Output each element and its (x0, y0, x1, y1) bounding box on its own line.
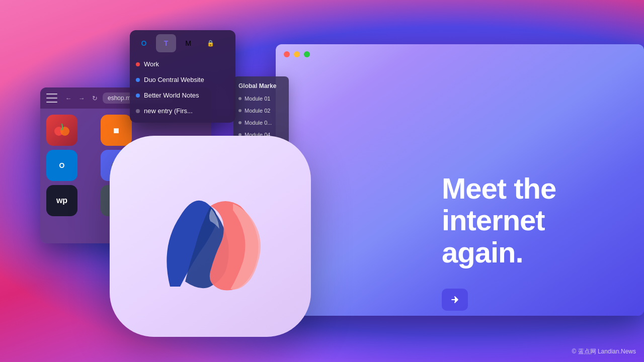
main-browser-titlebar (276, 44, 644, 64)
arc-app-logo (130, 156, 291, 317)
module-dot-01 (238, 97, 242, 100)
refresh-button[interactable]: ↻ (90, 93, 100, 103)
cherry-icon (53, 121, 71, 139)
switcher-dot-new (136, 109, 140, 113)
app-switcher-tabs: O T M 🔒 (130, 30, 235, 52)
switcher-label-notes: Better World Notes (144, 92, 199, 99)
main-browser-window: Meet the internet again. (276, 44, 644, 316)
main-headline: Meet the internet again. (442, 172, 614, 268)
module-item-03[interactable]: Module 0... (233, 117, 289, 129)
switcher-item-work[interactable]: Work (130, 56, 235, 72)
traffic-light-yellow[interactable] (294, 51, 300, 57)
svg-point-1 (60, 127, 69, 136)
module-dot-03 (238, 121, 242, 124)
switcher-label-duo: Duo Central Website (144, 76, 204, 83)
switcher-dot-duo (136, 78, 140, 82)
app-switcher-list: Work Duo Central Website Better World No… (130, 52, 235, 123)
app-switcher-panel: O T M 🔒 Work Duo Central Website Better … (130, 30, 235, 123)
traffic-light-green[interactable] (304, 51, 310, 57)
tab-lock[interactable]: 🔒 (200, 34, 220, 52)
switcher-dot-notes (136, 94, 140, 98)
tab-outlook[interactable]: O (134, 34, 154, 52)
grid-icon-cherry[interactable] (46, 115, 77, 146)
traffic-light-red[interactable] (284, 51, 290, 57)
tab-app[interactable]: M (178, 34, 198, 52)
grid-icon-outlook[interactable]: O (46, 150, 77, 181)
switcher-label-work: Work (144, 60, 159, 68)
module-dot-02 (238, 109, 242, 112)
module-item-02[interactable]: Module 02 (233, 105, 289, 117)
main-browser-content: Meet the internet again. (276, 64, 644, 311)
app-icon-wrapper (110, 136, 311, 337)
sidebar-toggle-icon[interactable] (46, 94, 57, 103)
forward-button[interactable]: → (76, 93, 87, 103)
switcher-item-duo[interactable]: Duo Central Website (130, 72, 235, 87)
modules-panel: Global Marke Module 01 Module 02 Module … (233, 76, 289, 145)
switcher-label-new: new entry (Firs... (144, 107, 193, 115)
cta-arrow-button[interactable] (442, 289, 468, 311)
tab-teams[interactable]: T (156, 34, 176, 52)
watermark: © 蓝点网 Landian.News (572, 347, 636, 356)
app-icon-background (110, 136, 311, 337)
modules-header: Global Marke (233, 80, 289, 93)
switcher-dot-work (136, 62, 140, 66)
module-item-01[interactable]: Module 01 (233, 93, 289, 105)
switcher-item-notes[interactable]: Better World Notes (130, 87, 235, 103)
switcher-item-new[interactable]: new entry (Firs... (130, 103, 235, 119)
back-button[interactable]: ← (63, 93, 73, 103)
arrow-right-icon (450, 295, 460, 305)
grid-icon-wp[interactable]: wp (46, 185, 77, 216)
